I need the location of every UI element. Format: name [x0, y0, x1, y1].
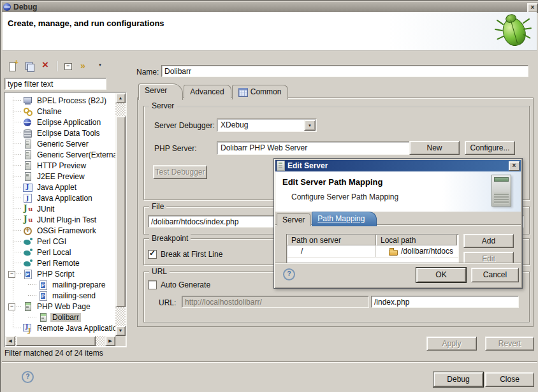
- tree-item[interactable]: BPEL Process (B2J): [5, 95, 115, 106]
- collapse-all-button[interactable]: [61, 59, 76, 73]
- scroll-right-button[interactable]: ▶: [105, 336, 115, 346]
- duplicate-configuration-button[interactable]: [22, 59, 37, 73]
- tree-item-label: Perl CGI: [35, 237, 68, 246]
- server-tower-icon: [491, 175, 511, 207]
- apply-button[interactable]: Apply: [426, 337, 477, 351]
- scroll-up-button[interactable]: ▲: [115, 93, 126, 103]
- tree-item[interactable]: mailing-send: [5, 290, 115, 301]
- tab-advanced[interactable]: Advanced: [184, 85, 231, 99]
- debug-button[interactable]: Debug: [433, 372, 483, 387]
- new-server-button[interactable]: New: [409, 141, 460, 155]
- filter-button[interactable]: [77, 59, 92, 73]
- tree-item[interactable]: Generic Server: [5, 138, 115, 149]
- tree-item[interactable]: −PHP Script: [5, 268, 115, 279]
- name-input[interactable]: [161, 65, 528, 77]
- add-mapping-button[interactable]: Add: [463, 234, 514, 248]
- column-header[interactable]: Local path: [376, 235, 457, 245]
- edit-mapping-button[interactable]: Edit: [463, 252, 514, 263]
- configure-server-button[interactable]: Configure...: [465, 141, 515, 155]
- path-on-server-cell: /: [287, 245, 376, 257]
- server-icon: [23, 161, 33, 170]
- dialog-heading: Edit Server Path Mapping: [282, 177, 382, 187]
- tree-item[interactable]: J2EE Preview: [5, 171, 115, 182]
- file-group-title: File: [149, 202, 166, 211]
- tree-item[interactable]: JUnit: [5, 203, 115, 214]
- tree-item[interactable]: Perl CGI: [5, 236, 115, 247]
- close-button[interactable]: Close: [485, 372, 534, 387]
- tree-item[interactable]: OSGi Framework: [5, 225, 115, 236]
- tree-item-label: JUnit: [35, 205, 56, 214]
- tree-item[interactable]: JUnit Plug-in Test: [5, 214, 115, 225]
- help-icon[interactable]: ?: [283, 268, 295, 280]
- tree-item-label: Eclipse Application: [35, 118, 103, 127]
- table-row[interactable]: //dolibarr/htdocs: [287, 245, 458, 258]
- new-config-icon: [8, 61, 18, 71]
- tab-common[interactable]: Common: [232, 85, 289, 99]
- chain-icon: [23, 107, 33, 116]
- tree-item[interactable]: Java Applet: [5, 182, 115, 192]
- scroll-left-button[interactable]: ◀: [5, 336, 15, 346]
- column-header[interactable]: Path on server: [287, 235, 376, 245]
- dialog-tab-path-mapping[interactable]: Path Mapping: [312, 212, 377, 226]
- tree-item-label: Generic Server(External La: [35, 150, 115, 159]
- tree-item-label: Java Applet: [35, 183, 78, 192]
- eclipse-application-icon: [23, 118, 33, 127]
- tree-item[interactable]: HTTP Preview: [5, 160, 115, 171]
- url-base-input[interactable]: [182, 296, 369, 308]
- scroll-down-button[interactable]: ▼: [115, 326, 126, 336]
- php-server-select[interactable]: Dolibarr PHP Web Server ▼: [217, 142, 424, 155]
- tree-item-label: Chaîne: [35, 107, 64, 116]
- server-icon: [23, 172, 33, 181]
- tree-item[interactable]: Chaîne: [5, 106, 115, 117]
- tree-item-label: Perl Remote: [35, 259, 82, 268]
- auto-generate-label: Auto Generate: [161, 280, 210, 289]
- server-debugger-label: Server Debugger:: [154, 121, 215, 130]
- tree-item[interactable]: Eclipse Application: [5, 117, 115, 127]
- tree-item-label: Java Application: [35, 194, 94, 203]
- filter-status: Filter matched 24 of 24 items: [4, 349, 103, 358]
- new-configuration-button[interactable]: [5, 59, 20, 73]
- revert-button[interactable]: Revert: [485, 337, 534, 351]
- tree-item[interactable]: Perl Local: [5, 247, 115, 258]
- url-path-input[interactable]: [371, 296, 519, 308]
- tree-horizontal-scrollbar[interactable]: ◀ ▶: [5, 336, 115, 346]
- filter-menu-caret[interactable]: [94, 59, 109, 73]
- dialog-tab-server[interactable]: Server: [277, 213, 311, 226]
- remote-java-icon: [23, 324, 33, 333]
- tree-item[interactable]: Generic Server(External La: [5, 149, 115, 160]
- vertical-scroll-thumb[interactable]: [115, 116, 126, 307]
- collapse-toggle[interactable]: −: [8, 303, 15, 310]
- filter-input[interactable]: [4, 78, 106, 90]
- test-debugger-button[interactable]: Test Debugger: [153, 165, 207, 179]
- tree-item[interactable]: Dolibarr: [5, 312, 115, 323]
- dialog-close-button[interactable]: ×: [509, 161, 520, 171]
- tree-vertical-scrollbar[interactable]: ▲ ▼: [115, 93, 126, 336]
- window-close-button[interactable]: ×: [527, 3, 538, 13]
- help-icon[interactable]: ?: [22, 371, 34, 383]
- delete-configuration-button[interactable]: [38, 59, 54, 73]
- tree-item[interactable]: Java Application: [5, 192, 115, 203]
- tree-item[interactable]: Perl Remote: [5, 258, 115, 268]
- tree-item[interactable]: Remote Java Application: [5, 323, 115, 333]
- horizontal-scroll-thumb[interactable]: [16, 336, 96, 346]
- tree-item[interactable]: Eclipse Data Tools: [5, 127, 115, 138]
- collapse-toggle[interactable]: −: [8, 271, 15, 278]
- window-titlebar[interactable]: Debug ×: [2, 2, 538, 12]
- tab-server[interactable]: Server: [138, 83, 183, 100]
- chevron-down-icon[interactable]: ▼: [304, 120, 316, 131]
- ok-button[interactable]: OK: [416, 268, 466, 282]
- tree-item[interactable]: mailing-prepare: [5, 279, 115, 290]
- perl-icon: [23, 248, 33, 257]
- footer-separator: [2, 361, 537, 363]
- debug-bug-icon: [495, 12, 532, 49]
- tree-item[interactable]: −PHP Web Page: [5, 301, 115, 312]
- tree-item-label: Perl Local: [35, 248, 73, 257]
- tree-item-label: OSGi Framework: [35, 226, 98, 235]
- cancel-button[interactable]: Cancel: [471, 268, 519, 282]
- server-debugger-select[interactable]: XDebug ▼: [217, 119, 317, 132]
- dialog-titlebar[interactable]: Edit Server ×: [275, 160, 521, 171]
- break-first-line-checkbox[interactable]: [148, 250, 157, 259]
- java-application-icon: [23, 194, 33, 203]
- auto-generate-checkbox[interactable]: [148, 280, 157, 289]
- tree-item-label: mailing-send: [50, 291, 98, 300]
